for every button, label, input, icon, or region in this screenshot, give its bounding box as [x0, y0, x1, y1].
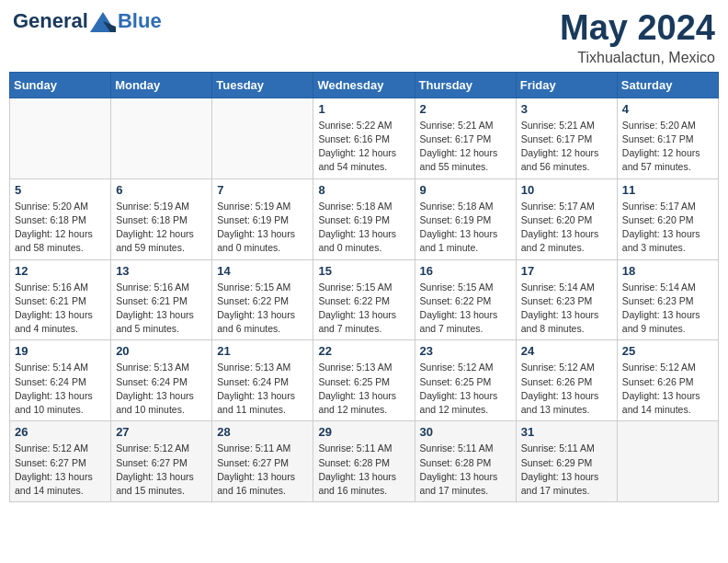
calendar-cell: 8Sunrise: 5:18 AM Sunset: 6:19 PM Daylig… [313, 178, 415, 259]
calendar-week-row: 26Sunrise: 5:12 AM Sunset: 6:27 PM Dayli… [10, 421, 719, 502]
calendar-body: 1Sunrise: 5:22 AM Sunset: 6:16 PM Daylig… [10, 98, 719, 501]
calendar-cell: 10Sunrise: 5:17 AM Sunset: 6:20 PM Dayli… [516, 178, 617, 259]
day-detail: Sunrise: 5:11 AM Sunset: 6:29 PM Dayligh… [521, 442, 612, 498]
day-detail: Sunrise: 5:20 AM Sunset: 6:18 PM Dayligh… [15, 200, 106, 256]
day-detail: Sunrise: 5:15 AM Sunset: 6:22 PM Dayligh… [420, 281, 511, 337]
calendar-cell: 17Sunrise: 5:14 AM Sunset: 6:23 PM Dayli… [516, 259, 617, 340]
day-detail: Sunrise: 5:21 AM Sunset: 6:17 PM Dayligh… [420, 119, 511, 175]
calendar-cell: 25Sunrise: 5:12 AM Sunset: 6:26 PM Dayli… [617, 340, 718, 421]
day-number: 1 [318, 102, 409, 116]
location: Tixhualactun, Mexico [560, 50, 715, 66]
calendar-cell [111, 98, 212, 178]
day-number: 17 [521, 264, 612, 278]
calendar-cell [212, 98, 313, 178]
calendar-cell: 2Sunrise: 5:21 AM Sunset: 6:17 PM Daylig… [415, 98, 516, 178]
day-detail: Sunrise: 5:12 AM Sunset: 6:27 PM Dayligh… [15, 442, 106, 498]
weekday-header-row: SundayMondayTuesdayWednesdayThursdayFrid… [10, 72, 719, 98]
day-number: 23 [420, 344, 511, 358]
day-detail: Sunrise: 5:19 AM Sunset: 6:19 PM Dayligh… [217, 200, 308, 256]
day-number: 22 [318, 344, 409, 358]
day-number: 21 [217, 344, 308, 358]
calendar-week-row: 1Sunrise: 5:22 AM Sunset: 6:16 PM Daylig… [10, 98, 719, 178]
calendar-cell: 3Sunrise: 5:21 AM Sunset: 6:17 PM Daylig… [516, 98, 617, 178]
day-number: 2 [420, 102, 511, 116]
day-number: 9 [420, 183, 511, 197]
day-number: 5 [15, 183, 106, 197]
day-number: 31 [521, 425, 612, 439]
logo-icon [90, 12, 116, 32]
day-detail: Sunrise: 5:16 AM Sunset: 6:21 PM Dayligh… [116, 281, 207, 337]
day-number: 15 [318, 264, 409, 278]
calendar-cell: 6Sunrise: 5:19 AM Sunset: 6:18 PM Daylig… [111, 178, 212, 259]
calendar-cell: 4Sunrise: 5:20 AM Sunset: 6:17 PM Daylig… [617, 98, 718, 178]
day-detail: Sunrise: 5:20 AM Sunset: 6:17 PM Dayligh… [622, 119, 713, 175]
calendar-cell: 30Sunrise: 5:11 AM Sunset: 6:28 PM Dayli… [415, 421, 516, 502]
day-number: 24 [521, 344, 612, 358]
calendar-cell: 21Sunrise: 5:13 AM Sunset: 6:24 PM Dayli… [212, 340, 313, 421]
day-detail: Sunrise: 5:12 AM Sunset: 6:26 PM Dayligh… [521, 361, 612, 417]
calendar-cell: 20Sunrise: 5:13 AM Sunset: 6:24 PM Dayli… [111, 340, 212, 421]
day-detail: Sunrise: 5:14 AM Sunset: 6:23 PM Dayligh… [521, 281, 612, 337]
calendar-table: SundayMondayTuesdayWednesdayThursdayFrid… [9, 72, 719, 502]
weekday-header-cell: Saturday [617, 72, 718, 98]
day-number: 6 [116, 183, 207, 197]
weekday-header-cell: Sunday [10, 72, 111, 98]
weekday-header-cell: Friday [516, 72, 617, 98]
day-number: 3 [521, 102, 612, 116]
day-detail: Sunrise: 5:12 AM Sunset: 6:25 PM Dayligh… [420, 361, 511, 417]
day-number: 27 [116, 425, 207, 439]
day-detail: Sunrise: 5:18 AM Sunset: 6:19 PM Dayligh… [420, 200, 511, 256]
weekday-header-cell: Monday [111, 72, 212, 98]
calendar-cell: 24Sunrise: 5:12 AM Sunset: 6:26 PM Dayli… [516, 340, 617, 421]
calendar-cell: 19Sunrise: 5:14 AM Sunset: 6:24 PM Dayli… [10, 340, 111, 421]
calendar-cell: 18Sunrise: 5:14 AM Sunset: 6:23 PM Dayli… [617, 259, 718, 340]
calendar-week-row: 5Sunrise: 5:20 AM Sunset: 6:18 PM Daylig… [10, 178, 719, 259]
day-detail: Sunrise: 5:12 AM Sunset: 6:26 PM Dayligh… [622, 361, 713, 417]
calendar-cell: 11Sunrise: 5:17 AM Sunset: 6:20 PM Dayli… [617, 178, 718, 259]
weekday-header-cell: Thursday [415, 72, 516, 98]
calendar-cell: 15Sunrise: 5:15 AM Sunset: 6:22 PM Dayli… [313, 259, 415, 340]
calendar-cell: 28Sunrise: 5:11 AM Sunset: 6:27 PM Dayli… [212, 421, 313, 502]
day-number: 11 [622, 183, 713, 197]
calendar-cell: 26Sunrise: 5:12 AM Sunset: 6:27 PM Dayli… [10, 421, 111, 502]
calendar-cell: 16Sunrise: 5:15 AM Sunset: 6:22 PM Dayli… [415, 259, 516, 340]
page-header: General Blue May 2024 Tixhualactun, Mexi… [9, 9, 719, 66]
day-number: 29 [318, 425, 409, 439]
day-detail: Sunrise: 5:17 AM Sunset: 6:20 PM Dayligh… [622, 200, 713, 256]
day-number: 25 [622, 344, 713, 358]
day-detail: Sunrise: 5:13 AM Sunset: 6:24 PM Dayligh… [116, 361, 207, 417]
weekday-header-cell: Wednesday [313, 72, 415, 98]
calendar-cell [10, 98, 111, 178]
day-detail: Sunrise: 5:18 AM Sunset: 6:19 PM Dayligh… [318, 200, 409, 256]
day-detail: Sunrise: 5:14 AM Sunset: 6:24 PM Dayligh… [15, 361, 106, 417]
day-detail: Sunrise: 5:11 AM Sunset: 6:27 PM Dayligh… [217, 442, 308, 498]
calendar-cell: 1Sunrise: 5:22 AM Sunset: 6:16 PM Daylig… [313, 98, 415, 178]
logo: General Blue [13, 9, 162, 32]
weekday-header-cell: Tuesday [212, 72, 313, 98]
day-number: 12 [15, 264, 106, 278]
day-number: 4 [622, 102, 713, 116]
day-number: 7 [217, 183, 308, 197]
calendar-cell [617, 421, 718, 502]
day-detail: Sunrise: 5:15 AM Sunset: 6:22 PM Dayligh… [318, 281, 409, 337]
calendar-cell: 22Sunrise: 5:13 AM Sunset: 6:25 PM Dayli… [313, 340, 415, 421]
day-detail: Sunrise: 5:17 AM Sunset: 6:20 PM Dayligh… [521, 200, 612, 256]
day-number: 30 [420, 425, 511, 439]
day-number: 28 [217, 425, 308, 439]
day-number: 10 [521, 183, 612, 197]
day-detail: Sunrise: 5:13 AM Sunset: 6:24 PM Dayligh… [217, 361, 308, 417]
calendar-cell: 13Sunrise: 5:16 AM Sunset: 6:21 PM Dayli… [111, 259, 212, 340]
logo-blue: Blue [118, 9, 162, 32]
calendar-cell: 23Sunrise: 5:12 AM Sunset: 6:25 PM Dayli… [415, 340, 516, 421]
calendar-cell: 29Sunrise: 5:11 AM Sunset: 6:28 PM Dayli… [313, 421, 415, 502]
calendar-week-row: 12Sunrise: 5:16 AM Sunset: 6:21 PM Dayli… [10, 259, 719, 340]
day-number: 18 [622, 264, 713, 278]
calendar-cell: 14Sunrise: 5:15 AM Sunset: 6:22 PM Dayli… [212, 259, 313, 340]
logo-text: General [13, 9, 116, 32]
calendar-cell: 31Sunrise: 5:11 AM Sunset: 6:29 PM Dayli… [516, 421, 617, 502]
title-block: May 2024 Tixhualactun, Mexico [560, 9, 715, 66]
calendar-cell: 7Sunrise: 5:19 AM Sunset: 6:19 PM Daylig… [212, 178, 313, 259]
day-detail: Sunrise: 5:22 AM Sunset: 6:16 PM Dayligh… [318, 119, 409, 175]
day-number: 16 [420, 264, 511, 278]
day-detail: Sunrise: 5:12 AM Sunset: 6:27 PM Dayligh… [116, 442, 207, 498]
